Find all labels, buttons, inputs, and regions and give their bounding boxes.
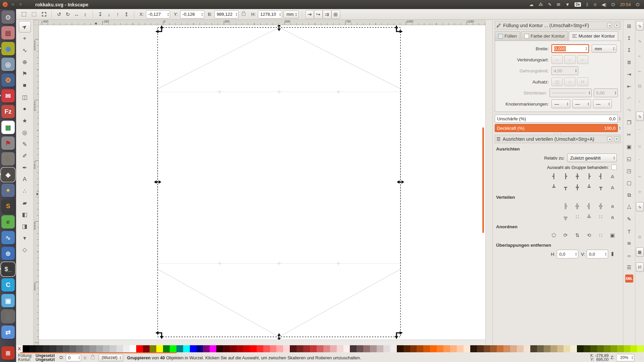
zoom-page-button[interactable]: ▢	[625, 178, 634, 188]
save-as-button[interactable]: ↧	[625, 45, 634, 55]
palette-swatch-79[interactable]	[550, 345, 557, 352]
mid-marker-selector[interactable]: —▲▼	[572, 100, 591, 108]
align-horizontal-button-2[interactable]: ╋	[573, 172, 582, 180]
eraser-tool[interactable]: ▰	[19, 197, 31, 208]
rotate-cw-button[interactable]: ↻	[63, 10, 72, 19]
join-bevel-button[interactable]: ⌐	[577, 55, 588, 64]
palette-swatch-36[interactable]	[263, 345, 270, 352]
arrange-button-0[interactable]: ⬠	[549, 231, 558, 239]
palette-swatch-87[interactable]	[604, 345, 610, 352]
palette-swatch-26[interactable]	[197, 345, 203, 352]
cloud-sync-icon[interactable]: ☁	[529, 2, 534, 7]
palette-swatch-14[interactable]	[116, 345, 123, 352]
panel-close-icon[interactable]: ✕	[614, 136, 619, 141]
distribute-horizontal-button-0[interactable]: ╠	[561, 202, 570, 210]
palette-swatch-18[interactable]	[143, 345, 150, 352]
palette-swatch-25[interactable]	[190, 345, 197, 352]
horizontal-scrollbar[interactable]	[39, 340, 485, 345]
volume-icon[interactable]: ◀)	[602, 2, 606, 7]
launcher-item-ubuntu-dash[interactable]: ⊙	[1, 10, 15, 24]
launcher-item-inkscape[interactable]: ◆	[1, 168, 15, 181]
opacity-field[interactable]: 0▲▼	[66, 354, 81, 361]
panel-collapse-icon[interactable]: ◂	[607, 23, 612, 28]
launcher-item-chromium[interactable]: ◎	[1, 58, 15, 71]
palette-swatch-38[interactable]	[276, 345, 283, 352]
palette-swatch-31[interactable]	[230, 345, 236, 352]
palette-swatch-40[interactable]	[290, 345, 297, 352]
palette-swatch-6[interactable]	[63, 345, 69, 352]
keyboard-layout-indicator[interactable]: De	[575, 2, 581, 7]
cut-button[interactable]: ✂	[625, 130, 634, 140]
blur-slider[interactable]: Unschärfe (%)0,0	[495, 115, 618, 123]
rotate-handle-top-right[interactable]	[395, 25, 402, 33]
snap-path-toggle[interactable]: ⌒	[636, 127, 644, 136]
rectangle-tool[interactable]: ■	[19, 80, 31, 91]
palette-swatch-1[interactable]	[30, 345, 36, 352]
fill-stroke-indicator[interactable]: Füllung:Ungesetzt Kontur:Ungesetzt	[18, 354, 55, 362]
launcher-item-filezilla[interactable]: Fz	[1, 105, 15, 118]
pencil-tool[interactable]: ✎	[19, 138, 31, 150]
palette-swatch-23[interactable]	[176, 345, 183, 352]
align-vertical-button-1[interactable]: ┳	[561, 183, 570, 191]
palette-swatch-57[interactable]	[404, 345, 410, 352]
palette-swatch-21[interactable]	[163, 345, 170, 352]
palette-swatch-82[interactable]	[570, 345, 577, 352]
end-marker-selector[interactable]: —▲▼	[593, 100, 612, 108]
palette-swatch-11[interactable]	[96, 345, 103, 352]
align-vertical-button-5[interactable]: A	[608, 183, 617, 191]
text-dialog-button[interactable]: T	[625, 226, 634, 236]
duplicate-button[interactable]: ⧉	[625, 190, 634, 200]
launcher-item-firefox[interactable]: ❂	[1, 73, 15, 87]
maximize-icon[interactable]: ▫	[18, 2, 23, 7]
drawing-area[interactable]	[39, 25, 485, 340]
palette-swatch-86[interactable]	[597, 345, 604, 352]
align-vertical-button-3[interactable]: ┻	[585, 183, 593, 191]
messages-icon[interactable]: ✉	[557, 2, 560, 7]
power-icon[interactable]: ⏻	[611, 2, 615, 7]
palette-swatch-83[interactable]	[577, 345, 584, 352]
arrange-button-1[interactable]: ⟳	[561, 231, 570, 239]
overlap-v-field[interactable]: 0,0▲▼	[587, 250, 608, 258]
ruler-corner[interactable]	[34, 20, 39, 25]
tab-fill[interactable]: Füllen	[495, 31, 520, 41]
launcher-item-sublime-text[interactable]: S	[1, 199, 15, 213]
tweak-tool[interactable]: ∿	[19, 45, 31, 56]
snap-cusp-toggle[interactable]: ⌒	[636, 157, 644, 166]
select-touch-toggle[interactable]	[30, 10, 38, 19]
palette-swatch-62[interactable]	[437, 345, 443, 352]
palette-swatch-59[interactable]	[417, 345, 423, 352]
palette-swatch-35[interactable]	[257, 345, 263, 352]
cap-butt-button[interactable]: ◫	[551, 77, 563, 86]
palette-swatch-78[interactable]	[544, 345, 550, 352]
spiral-tool[interactable]: ◎	[19, 127, 31, 138]
ellipse-tool[interactable]: ●	[19, 103, 31, 115]
start-marker-selector[interactable]: —▲▼	[551, 100, 570, 108]
palette-swatch-54[interactable]	[383, 345, 390, 352]
panel-close-icon[interactable]: ✕	[614, 23, 619, 28]
attachment-icon[interactable]: ✎	[548, 2, 552, 7]
launcher-item-libreoffice-calc[interactable]: ▦	[1, 121, 15, 134]
palette-swatch-20[interactable]	[156, 345, 163, 352]
palette-swatch-88[interactable]	[610, 345, 617, 352]
palette-swatch-28[interactable]	[210, 345, 216, 352]
palette-swatch-4[interactable]	[50, 345, 56, 352]
pencil-edit-button[interactable]: ✎	[625, 214, 634, 224]
close-icon[interactable]: ✕	[3, 2, 8, 7]
network-wifi-icon[interactable]: ▼	[565, 2, 570, 7]
rotate-handle-top-left[interactable]	[156, 25, 163, 33]
distribute-horizontal-button-3[interactable]: ╬	[596, 202, 605, 210]
panel-collapse-icon[interactable]: ◂	[607, 136, 612, 141]
rotate-handle-bottom-right[interactable]	[395, 331, 402, 339]
snap-rotation-center-toggle[interactable]: ⊙	[636, 232, 644, 242]
palette-swatch-13[interactable]	[110, 345, 116, 352]
launcher-item-wolf-app[interactable]: ♘	[1, 152, 15, 166]
zoom-selection-button[interactable]: ◱	[625, 154, 634, 164]
gradient-tool[interactable]: ◨	[19, 221, 31, 232]
launcher-item-mail[interactable]: ✉	[1, 89, 15, 103]
palette-swatch-16[interactable]	[130, 345, 137, 352]
snap-intersection-toggle[interactable]: ⤫	[636, 142, 644, 151]
distribute-horizontal-button-4[interactable]: a	[608, 202, 617, 210]
snap-master-toggle[interactable]: ⇘	[636, 21, 644, 31]
align-horizontal-button-0[interactable]: ┫	[549, 172, 558, 180]
lower-to-bottom-button[interactable]: ↧	[96, 10, 105, 19]
